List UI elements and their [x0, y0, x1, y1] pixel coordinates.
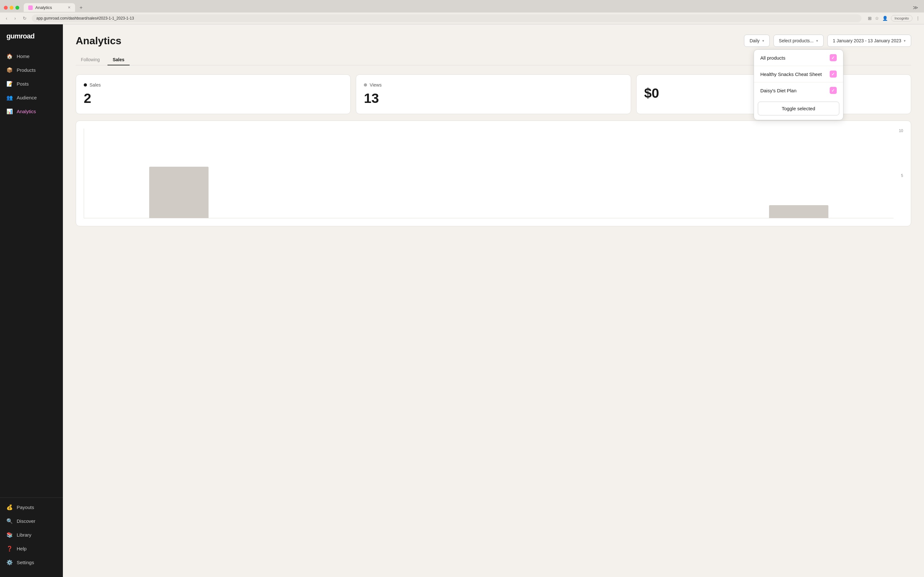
product-daisy-checkbox[interactable]: ✓ — [830, 87, 837, 94]
sidebar-item-home[interactable]: 🏠 Home — [0, 49, 63, 63]
products-dropdown-button[interactable]: Select products... ▾ — [774, 35, 824, 47]
chart-card: 10 5 — [76, 121, 911, 226]
sidebar-item-posts[interactable]: 📝 Posts — [0, 77, 63, 91]
products-label: Select products... — [779, 38, 814, 43]
page-title: Analytics — [76, 35, 121, 47]
app-container: gumroad 🏠 Home 📦 Products 📝 Posts 👥 Audi… — [0, 24, 924, 577]
period-label: Daily — [750, 38, 759, 43]
products-chevron-icon: ▾ — [816, 39, 818, 43]
sidebar-item-discover-label: Discover — [17, 518, 35, 524]
forward-button[interactable]: › — [13, 15, 18, 22]
menu-icon[interactable]: ⋮ — [916, 16, 920, 21]
sales-label: Sales — [89, 82, 101, 87]
tab-bar: Analytics ✕ + ≫ — [0, 0, 924, 13]
date-range-button[interactable]: 1 January 2023 - 13 January 2023 ▾ — [827, 35, 911, 47]
tab-close-icon[interactable]: ✕ — [68, 5, 71, 10]
incognito-button[interactable]: Incognito — [891, 15, 913, 21]
sidebar-item-home-label: Home — [17, 53, 29, 59]
views-dot — [364, 83, 367, 87]
sidebar-item-analytics-label: Analytics — [17, 109, 36, 114]
analytics-icon: 📊 — [6, 108, 13, 114]
products-icon: 📦 — [6, 67, 13, 73]
payouts-icon: 💰 — [6, 504, 13, 510]
bar-jan12 — [769, 205, 829, 218]
tab-sales[interactable]: Sales — [107, 55, 129, 65]
sidebar-item-settings[interactable]: ⚙️ Settings — [0, 556, 63, 569]
help-icon: ❓ — [6, 546, 13, 552]
logo: gumroad — [0, 32, 63, 49]
sidebar-item-payouts[interactable]: 💰 Payouts — [0, 500, 63, 514]
dropdown-arrow — [796, 49, 801, 50]
sidebar-bottom-nav: 💰 Payouts 🔍 Discover 📚 Library ❓ Help ⚙️… — [0, 498, 63, 569]
tab-title: Analytics — [35, 5, 52, 10]
sidebar-item-analytics[interactable]: 📊 Analytics — [0, 105, 63, 118]
product-all-checkbox[interactable]: ✓ — [830, 54, 837, 61]
sales-dot — [84, 83, 87, 87]
product-all-label: All products — [760, 55, 785, 61]
sidebar-item-audience[interactable]: 👥 Audience — [0, 91, 63, 105]
tab-sales-label: Sales — [113, 57, 124, 62]
views-label: Views — [370, 82, 381, 87]
new-tab-button[interactable]: + — [76, 3, 86, 13]
bar-group-jan2 — [149, 167, 208, 218]
stat-card-views: Views 13 — [356, 74, 631, 114]
y-label-5: 5 — [901, 173, 903, 178]
profile-icon[interactable]: 👤 — [882, 16, 888, 21]
sales-value: 2 — [84, 91, 342, 106]
reload-button[interactable]: ↻ — [21, 15, 29, 22]
products-dropdown-menu: All products ✓ Healthy Snacks Cheat Shee… — [754, 49, 843, 120]
sidebar-item-payouts-label: Payouts — [17, 504, 34, 510]
views-value: 13 — [364, 91, 623, 106]
stat-label-sales: Sales — [84, 82, 342, 87]
address-bar: ‹ › ↻ ⊞ ☆ 👤 Incognito ⋮ — [0, 13, 924, 24]
y-label-10: 10 — [899, 129, 903, 133]
sidebar-item-library-label: Library — [17, 532, 31, 538]
product-healthy-checkbox[interactable]: ✓ — [830, 71, 837, 77]
settings-icon: ⚙️ — [6, 559, 13, 566]
chart-area: 10 5 — [84, 129, 903, 218]
tab-following[interactable]: Following — [76, 55, 105, 65]
date-range-label: 1 January 2023 - 13 January 2023 — [833, 38, 901, 43]
tab-following-label: Following — [81, 57, 100, 62]
product-item-daisy[interactable]: Daisy's Diet Plan ✓ — [754, 82, 843, 98]
sidebar-item-posts-label: Posts — [17, 81, 29, 87]
date-chevron-icon: ▾ — [904, 39, 906, 43]
sidebar-item-products[interactable]: 📦 Products — [0, 63, 63, 77]
product-healthy-label: Healthy Snacks Cheat Sheet — [760, 71, 822, 77]
product-item-all[interactable]: All products ✓ — [754, 50, 843, 66]
cast-icon[interactable]: ⊞ — [868, 16, 872, 21]
back-button[interactable]: ‹ — [4, 15, 9, 22]
header-controls: Daily ▾ Select products... ▾ All product… — [744, 35, 911, 47]
toggle-selected-button[interactable]: Toggle selected — [758, 102, 839, 115]
product-daisy-label: Daisy's Diet Plan — [760, 88, 796, 93]
sidebar-item-audience-label: Audience — [17, 95, 37, 100]
home-icon: 🏠 — [6, 53, 13, 59]
close-traffic-light[interactable] — [4, 6, 8, 10]
sidebar-item-settings-label: Settings — [17, 560, 34, 565]
tab-more-button[interactable]: ≫ — [911, 3, 920, 13]
sidebar-item-help-label: Help — [17, 546, 27, 551]
select-products-wrapper: Select products... ▾ All products ✓ Heal… — [774, 35, 824, 47]
chart-bars — [84, 129, 893, 218]
bar-jan2 — [149, 167, 208, 218]
traffic-lights — [4, 6, 19, 10]
minimize-traffic-light[interactable] — [10, 6, 13, 10]
period-dropdown-button[interactable]: Daily ▾ — [744, 35, 769, 47]
active-tab[interactable]: Analytics ✕ — [24, 3, 75, 12]
sidebar-item-products-label: Products — [17, 67, 36, 73]
main-nav: 🏠 Home 📦 Products 📝 Posts 👥 Audience 📊 A… — [0, 49, 63, 495]
period-chevron-icon: ▾ — [762, 39, 764, 43]
fullscreen-traffic-light[interactable] — [15, 6, 19, 10]
product-item-healthy[interactable]: Healthy Snacks Cheat Sheet ✓ — [754, 66, 843, 82]
sidebar: gumroad 🏠 Home 📦 Products 📝 Posts 👥 Audi… — [0, 24, 63, 577]
browser-chrome: Analytics ✕ + ≫ ‹ › ↻ ⊞ ☆ 👤 Incognito ⋮ — [0, 0, 924, 24]
bookmark-icon[interactable]: ☆ — [875, 16, 879, 21]
audience-icon: 👥 — [6, 95, 13, 101]
sidebar-item-discover[interactable]: 🔍 Discover — [0, 514, 63, 528]
sidebar-item-library[interactable]: 📚 Library — [0, 528, 63, 542]
stat-card-sales: Sales 2 — [76, 74, 351, 114]
sidebar-item-help[interactable]: ❓ Help — [0, 542, 63, 556]
url-input[interactable] — [32, 15, 861, 22]
posts-icon: 📝 — [6, 81, 13, 87]
browser-icons: ⊞ ☆ 👤 Incognito ⋮ — [868, 15, 920, 21]
